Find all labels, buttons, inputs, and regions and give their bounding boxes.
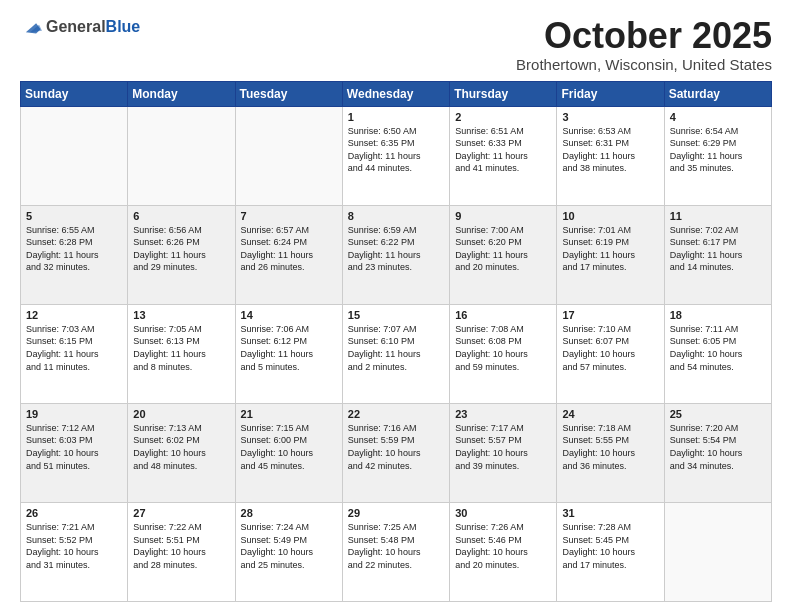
calendar-cell: 15Sunrise: 7:07 AM Sunset: 6:10 PM Dayli… [342,304,449,403]
page: GeneralBlue October 2025 Brothertown, Wi… [0,0,792,612]
day-number: 8 [348,210,444,222]
day-info: Sunrise: 7:21 AM Sunset: 5:52 PM Dayligh… [26,521,122,571]
calendar-cell: 8Sunrise: 6:59 AM Sunset: 6:22 PM Daylig… [342,205,449,304]
day-info: Sunrise: 7:26 AM Sunset: 5:46 PM Dayligh… [455,521,551,571]
day-info: Sunrise: 6:56 AM Sunset: 6:26 PM Dayligh… [133,224,229,274]
calendar-cell: 23Sunrise: 7:17 AM Sunset: 5:57 PM Dayli… [450,403,557,502]
calendar-cell: 25Sunrise: 7:20 AM Sunset: 5:54 PM Dayli… [664,403,771,502]
calendar-week-3: 19Sunrise: 7:12 AM Sunset: 6:03 PM Dayli… [21,403,772,502]
day-number: 2 [455,111,551,123]
day-number: 28 [241,507,337,519]
calendar-cell: 19Sunrise: 7:12 AM Sunset: 6:03 PM Dayli… [21,403,128,502]
day-info: Sunrise: 6:59 AM Sunset: 6:22 PM Dayligh… [348,224,444,274]
calendar-cell: 6Sunrise: 6:56 AM Sunset: 6:26 PM Daylig… [128,205,235,304]
header: GeneralBlue October 2025 Brothertown, Wi… [20,16,772,73]
col-monday: Monday [128,81,235,106]
day-number: 25 [670,408,766,420]
calendar-cell: 13Sunrise: 7:05 AM Sunset: 6:13 PM Dayli… [128,304,235,403]
day-info: Sunrise: 7:25 AM Sunset: 5:48 PM Dayligh… [348,521,444,571]
day-info: Sunrise: 6:57 AM Sunset: 6:24 PM Dayligh… [241,224,337,274]
day-number: 24 [562,408,658,420]
calendar-cell: 17Sunrise: 7:10 AM Sunset: 6:07 PM Dayli… [557,304,664,403]
calendar-week-1: 5Sunrise: 6:55 AM Sunset: 6:28 PM Daylig… [21,205,772,304]
day-number: 30 [455,507,551,519]
day-info: Sunrise: 7:24 AM Sunset: 5:49 PM Dayligh… [241,521,337,571]
day-info: Sunrise: 7:01 AM Sunset: 6:19 PM Dayligh… [562,224,658,274]
day-info: Sunrise: 7:13 AM Sunset: 6:02 PM Dayligh… [133,422,229,472]
day-number: 17 [562,309,658,321]
day-number: 19 [26,408,122,420]
calendar-cell: 28Sunrise: 7:24 AM Sunset: 5:49 PM Dayli… [235,502,342,601]
col-wednesday: Wednesday [342,81,449,106]
calendar-cell: 9Sunrise: 7:00 AM Sunset: 6:20 PM Daylig… [450,205,557,304]
location-title: Brothertown, Wisconsin, United States [516,56,772,73]
calendar-cell: 20Sunrise: 7:13 AM Sunset: 6:02 PM Dayli… [128,403,235,502]
day-info: Sunrise: 7:22 AM Sunset: 5:51 PM Dayligh… [133,521,229,571]
day-number: 16 [455,309,551,321]
title-block: October 2025 Brothertown, Wisconsin, Uni… [516,16,772,73]
day-info: Sunrise: 6:54 AM Sunset: 6:29 PM Dayligh… [670,125,766,175]
day-number: 7 [241,210,337,222]
day-info: Sunrise: 7:20 AM Sunset: 5:54 PM Dayligh… [670,422,766,472]
day-number: 5 [26,210,122,222]
calendar-cell: 18Sunrise: 7:11 AM Sunset: 6:05 PM Dayli… [664,304,771,403]
day-number: 6 [133,210,229,222]
day-info: Sunrise: 7:17 AM Sunset: 5:57 PM Dayligh… [455,422,551,472]
calendar-cell: 11Sunrise: 7:02 AM Sunset: 6:17 PM Dayli… [664,205,771,304]
day-number: 10 [562,210,658,222]
logo-blue-text: Blue [106,18,141,35]
day-info: Sunrise: 7:00 AM Sunset: 6:20 PM Dayligh… [455,224,551,274]
logo-general-label: GeneralBlue [46,18,140,36]
day-info: Sunrise: 7:03 AM Sunset: 6:15 PM Dayligh… [26,323,122,373]
month-title: October 2025 [516,16,772,56]
day-info: Sunrise: 7:02 AM Sunset: 6:17 PM Dayligh… [670,224,766,274]
day-number: 18 [670,309,766,321]
calendar-cell: 27Sunrise: 7:22 AM Sunset: 5:51 PM Dayli… [128,502,235,601]
day-info: Sunrise: 7:07 AM Sunset: 6:10 PM Dayligh… [348,323,444,373]
calendar-cell: 7Sunrise: 6:57 AM Sunset: 6:24 PM Daylig… [235,205,342,304]
calendar-cell: 1Sunrise: 6:50 AM Sunset: 6:35 PM Daylig… [342,106,449,205]
col-thursday: Thursday [450,81,557,106]
calendar-cell: 12Sunrise: 7:03 AM Sunset: 6:15 PM Dayli… [21,304,128,403]
calendar-cell: 22Sunrise: 7:16 AM Sunset: 5:59 PM Dayli… [342,403,449,502]
day-number: 23 [455,408,551,420]
day-info: Sunrise: 7:28 AM Sunset: 5:45 PM Dayligh… [562,521,658,571]
day-number: 21 [241,408,337,420]
day-number: 3 [562,111,658,123]
day-info: Sunrise: 6:51 AM Sunset: 6:33 PM Dayligh… [455,125,551,175]
calendar-table: Sunday Monday Tuesday Wednesday Thursday… [20,81,772,602]
calendar-cell [235,106,342,205]
day-number: 31 [562,507,658,519]
day-number: 26 [26,507,122,519]
day-number: 11 [670,210,766,222]
calendar-cell: 14Sunrise: 7:06 AM Sunset: 6:12 PM Dayli… [235,304,342,403]
day-number: 13 [133,309,229,321]
day-info: Sunrise: 6:53 AM Sunset: 6:31 PM Dayligh… [562,125,658,175]
calendar-week-4: 26Sunrise: 7:21 AM Sunset: 5:52 PM Dayli… [21,502,772,601]
calendar-cell: 24Sunrise: 7:18 AM Sunset: 5:55 PM Dayli… [557,403,664,502]
calendar-cell: 4Sunrise: 6:54 AM Sunset: 6:29 PM Daylig… [664,106,771,205]
day-info: Sunrise: 7:06 AM Sunset: 6:12 PM Dayligh… [241,323,337,373]
day-number: 12 [26,309,122,321]
calendar-cell: 29Sunrise: 7:25 AM Sunset: 5:48 PM Dayli… [342,502,449,601]
calendar-cell: 30Sunrise: 7:26 AM Sunset: 5:46 PM Dayli… [450,502,557,601]
calendar-cell: 26Sunrise: 7:21 AM Sunset: 5:52 PM Dayli… [21,502,128,601]
day-number: 29 [348,507,444,519]
calendar-cell: 3Sunrise: 6:53 AM Sunset: 6:31 PM Daylig… [557,106,664,205]
logo-text: GeneralBlue [46,18,140,36]
day-number: 20 [133,408,229,420]
calendar-cell: 5Sunrise: 6:55 AM Sunset: 6:28 PM Daylig… [21,205,128,304]
day-number: 22 [348,408,444,420]
day-info: Sunrise: 6:55 AM Sunset: 6:28 PM Dayligh… [26,224,122,274]
calendar-cell: 16Sunrise: 7:08 AM Sunset: 6:08 PM Dayli… [450,304,557,403]
day-info: Sunrise: 7:11 AM Sunset: 6:05 PM Dayligh… [670,323,766,373]
day-info: Sunrise: 7:05 AM Sunset: 6:13 PM Dayligh… [133,323,229,373]
day-number: 1 [348,111,444,123]
day-number: 27 [133,507,229,519]
day-info: Sunrise: 7:08 AM Sunset: 6:08 PM Dayligh… [455,323,551,373]
calendar-week-2: 12Sunrise: 7:03 AM Sunset: 6:15 PM Dayli… [21,304,772,403]
day-info: Sunrise: 7:16 AM Sunset: 5:59 PM Dayligh… [348,422,444,472]
day-info: Sunrise: 7:10 AM Sunset: 6:07 PM Dayligh… [562,323,658,373]
calendar-cell [21,106,128,205]
col-sunday: Sunday [21,81,128,106]
